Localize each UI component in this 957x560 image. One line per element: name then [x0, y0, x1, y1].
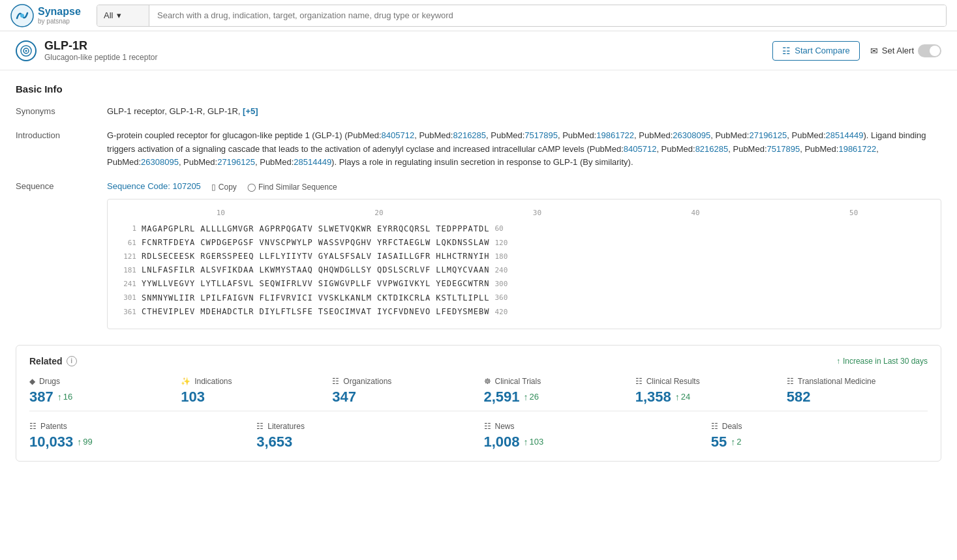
stat-patents: ☷ Patents 10,033 ↑ 99 [29, 422, 246, 450]
stat-news: ☷ News 1,008 ↑ 103 [484, 422, 701, 450]
patents-icon: ☷ [29, 422, 37, 431]
indications-icon: ✨ [181, 377, 190, 386]
stat-drugs: ◆ Drugs 387 ↑ 16 [29, 377, 170, 405]
page-header-left: GLP-1R Glucagon-like peptide 1 receptor [16, 39, 772, 62]
drugs-icon: ◆ [29, 377, 35, 386]
pubmed-link-8[interactable]: 8405712 [624, 144, 657, 154]
target-svg-icon [20, 45, 32, 57]
find-similar-icon: ◯ [247, 183, 256, 192]
intro-row: Introduction G-protein coupled receptor … [16, 129, 941, 169]
intro-value: G-protein coupled receptor for glucagon-… [107, 129, 941, 169]
pubmed-link-12[interactable]: 26308095 [141, 157, 179, 167]
pubmed-link-6[interactable]: 27196125 [749, 130, 787, 140]
stat-clinical-results-label: ☷ Clinical Results [635, 377, 776, 386]
target-name: GLP-1R [44, 39, 157, 53]
chevron-down-icon: ▾ [117, 10, 121, 20]
stat-clinical-trials: ☸ Clinical Trials 2,591 ↑ 26 [484, 377, 625, 405]
copy-label: Copy [219, 183, 237, 192]
sequence-value: Sequence Code: 107205 ▯ Copy ◯ Find Simi… [107, 180, 941, 329]
search-input[interactable] [149, 5, 946, 26]
drugs-increase: ↑ 16 [57, 392, 72, 402]
news-increase: ↑ 103 [524, 437, 544, 447]
sequence-row: Sequence Sequence Code: 107205 ▯ Copy ◯ … [16, 180, 941, 329]
stat-deals-value: 55 ↑ 2 [711, 434, 928, 450]
related-info-icon[interactable]: i [67, 356, 77, 366]
stat-translational-medicine-value: 582 [787, 389, 928, 405]
app-logo: Synapse by patsnap [10, 4, 89, 27]
stat-clinical-trials-value: 2,591 ↑ 26 [484, 389, 625, 405]
seq-line-2: 61 FCNRTFDEYA CWPDGEPGSF VNVSCPWYLP WASS… [115, 237, 933, 249]
basic-info-title: Basic Info [16, 83, 941, 95]
compare-btn-label: Start Compare [795, 46, 850, 55]
seq-line-3: 121 RDLSECEESK RGERSSPEEQ LLFLYIIYTV GYA… [115, 250, 933, 263]
stat-literatures: ☷ Literatures 3,653 [256, 422, 473, 450]
target-icon [16, 40, 37, 61]
stat-clinical-trials-label: ☸ Clinical Trials [484, 377, 625, 386]
logo-icon [10, 4, 34, 27]
pubmed-link-11[interactable]: 19861722 [838, 144, 876, 154]
related-stats-top: ◆ Drugs 387 ↑ 16 ✨ Indications 103 [29, 377, 928, 405]
target-subtitle: Glucagon-like peptide 1 receptor [44, 53, 157, 62]
related-header: Related i ↑ Increase in Last 30 days [29, 356, 928, 366]
deals-increase: ↑ 2 [731, 437, 741, 447]
sequence-box[interactable]: 10 20 30 40 50 1 MAGAPGPLRL ALLLLGMVGR A… [107, 199, 941, 329]
clinical-trials-increase: ↑ 26 [524, 392, 539, 402]
pubmed-link-7[interactable]: 28514449 [826, 130, 864, 140]
pubmed-link-1[interactable]: 8405712 [382, 130, 415, 140]
sequence-label: Sequence [16, 180, 107, 191]
seq-line-1: 1 MAGAPGPLRL ALLLLGMVGR AGPRPQGATV SLWET… [115, 223, 933, 235]
start-compare-button[interactable]: ☷ Start Compare [772, 41, 860, 61]
stat-clinical-results: ☷ Clinical Results 1,358 ↑ 24 [635, 377, 776, 405]
clinical-trials-icon: ☸ [484, 377, 491, 386]
clinical-results-increase: ↑ 24 [675, 392, 690, 402]
stat-patents-value: 10,033 ↑ 99 [29, 434, 246, 450]
pubmed-link-9[interactable]: 8216285 [695, 144, 729, 154]
stat-news-label: ☷ News [484, 422, 701, 431]
find-similar-button[interactable]: ◯ Find Similar Sequence [247, 183, 337, 192]
stat-patents-label: ☷ Patents [29, 422, 246, 431]
synonyms-row: Synonyms GLP-1 receptor, GLP-1-R, GLP-1R… [16, 105, 941, 119]
seq-line-7: 361 CTHEVIPLEV MDEHADCTLR DIYLFTLSFE TSE… [115, 306, 933, 318]
search-filter-dropdown[interactable]: All ▾ [97, 5, 149, 26]
stat-indications: ✨ Indications 103 [181, 377, 322, 405]
arrow-up-icon: ↑ [836, 357, 840, 366]
pubmed-link-2[interactable]: 8216285 [453, 130, 486, 140]
pubmed-link-14[interactable]: 28514449 [294, 157, 331, 167]
stat-indications-label: ✨ Indications [181, 377, 322, 386]
svg-point-1 [20, 14, 24, 18]
stat-literatures-label: ☷ Literatures [256, 422, 473, 431]
set-alert-container: ✉ Set Alert [870, 44, 941, 57]
pubmed-link-10[interactable]: 7517895 [767, 144, 800, 154]
related-title: Related i [29, 356, 77, 366]
copy-button[interactable]: ▯ Copy [211, 183, 237, 192]
stat-drugs-label: ◆ Drugs [29, 377, 170, 386]
alert-icon: ✉ [870, 46, 878, 56]
seq-line-6: 301 SNMNYWLIIR LPILFAIGVN FLIFVRVICI VVS… [115, 292, 933, 304]
target-info: GLP-1R Glucagon-like peptide 1 receptor [44, 39, 157, 62]
pubmed-link-13[interactable]: 27196125 [217, 157, 255, 167]
search-filter-value: All [104, 10, 113, 20]
patents-increase: ↑ 99 [77, 437, 92, 447]
alert-toggle[interactable] [918, 44, 941, 57]
intro-label: Introduction [16, 129, 107, 140]
stat-clinical-results-value: 1,358 ↑ 24 [635, 389, 776, 405]
news-icon: ☷ [484, 422, 491, 431]
synonyms-more-link[interactable]: [+5] [243, 106, 258, 116]
organizations-icon: ☷ [332, 377, 339, 386]
basic-info-section: Basic Info Synonyms GLP-1 receptor, GLP-… [16, 83, 941, 329]
pubmed-link-3[interactable]: 7517895 [524, 130, 558, 140]
sequence-ruler: 10 20 30 40 50 [115, 207, 933, 219]
synonyms-text: GLP-1 receptor, GLP-1-R, GLP-1R, [107, 106, 240, 116]
pubmed-link-5[interactable]: 26308095 [673, 130, 710, 140]
stat-organizations: ☷ Organizations 347 [332, 377, 473, 405]
sequence-code-link[interactable]: Sequence Code: 107205 [107, 180, 201, 194]
app-name: Synapse [38, 6, 81, 18]
stat-organizations-value: 347 [332, 389, 473, 405]
page-header-actions: ☷ Start Compare ✉ Set Alert [772, 41, 941, 61]
stat-deals-label: ☷ Deals [711, 422, 928, 431]
app-header: Synapse by patsnap All ▾ [0, 0, 957, 31]
pubmed-link-4[interactable]: 19861722 [596, 130, 634, 140]
synonyms-label: Synonyms [16, 105, 107, 116]
svg-point-4 [25, 50, 27, 52]
search-container: All ▾ [97, 5, 947, 27]
